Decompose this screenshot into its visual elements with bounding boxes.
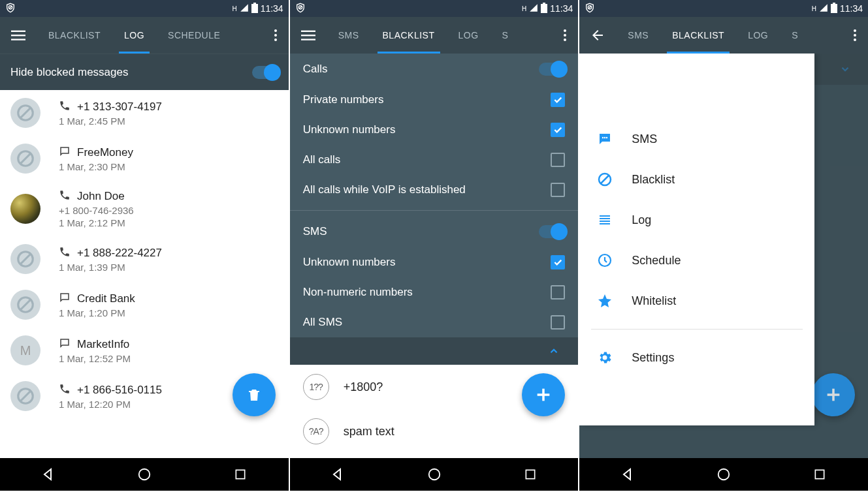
option-row[interactable]: Non-numeric numbers xyxy=(290,277,579,307)
tab-log[interactable]: LOG xyxy=(447,17,490,54)
fab-add[interactable] xyxy=(812,373,855,416)
drawer-item-sms[interactable]: SMS xyxy=(579,119,814,159)
tab-schedule-cut[interactable]: S xyxy=(780,17,810,54)
nav-recent[interactable] xyxy=(227,461,253,487)
entry-title: MarketInfo xyxy=(77,338,129,351)
option-row[interactable]: Private numbers xyxy=(290,85,579,115)
nav-recent[interactable] xyxy=(807,461,833,487)
option-checkbox[interactable] xyxy=(551,93,565,107)
log-entry[interactable]: Credit Bank1 Mar, 1:20 PM xyxy=(0,282,289,328)
tab-sms[interactable]: SMS xyxy=(327,17,371,54)
sms-icon xyxy=(59,292,71,306)
entry-time: 1 Mar, 1:39 PM xyxy=(59,262,278,273)
log-entry[interactable]: John Doe+1 800-746-29361 Mar, 2:12 PM xyxy=(0,181,289,236)
app-bar: SMS BLACKLIST LOG S xyxy=(290,17,579,54)
drawer-item-schedule[interactable]: Schedule xyxy=(579,240,814,281)
tab-log[interactable]: LOG xyxy=(112,17,156,54)
phone-icon xyxy=(59,383,71,397)
nav-back[interactable] xyxy=(35,461,61,487)
signal-icon xyxy=(529,3,538,14)
option-checkbox[interactable] xyxy=(551,315,565,330)
section-title: SMS xyxy=(303,225,327,238)
option-row[interactable]: Unknown numbers xyxy=(290,247,579,277)
tab-blacklist[interactable]: BLACKLIST xyxy=(660,17,736,54)
section-switch[interactable] xyxy=(539,225,565,238)
nav-back[interactable] xyxy=(615,461,641,487)
svg-line-1 xyxy=(9,6,12,8)
option-row[interactable]: All SMS xyxy=(290,307,579,337)
drawer-item-whitelist[interactable]: Whitelist xyxy=(579,281,814,321)
nav-home[interactable] xyxy=(711,461,737,487)
tab-blacklist[interactable]: BLACKLIST xyxy=(37,17,112,54)
back-arrow-icon[interactable] xyxy=(579,17,616,54)
avatar xyxy=(10,144,40,174)
svg-rect-39 xyxy=(833,3,835,4)
collapse-bar[interactable] xyxy=(290,337,579,365)
svg-rect-21 xyxy=(236,470,244,478)
option-checkbox[interactable] xyxy=(551,285,565,300)
android-nav-bar xyxy=(290,458,579,491)
tabs-bar: BLACKLIST LOG SCHEDULE xyxy=(37,17,263,54)
tab-blacklist[interactable]: BLACKLIST xyxy=(371,17,447,54)
svg-point-55 xyxy=(718,469,730,480)
hamburger-icon[interactable] xyxy=(0,17,37,54)
option-checkbox[interactable] xyxy=(551,183,565,197)
tab-schedule-cut[interactable]: S xyxy=(490,17,521,54)
log-entry[interactable]: +1 313-307-41971 Mar, 2:45 PM xyxy=(0,90,289,136)
overflow-icon[interactable] xyxy=(552,17,578,54)
option-checkbox[interactable] xyxy=(551,255,565,269)
svg-point-40 xyxy=(854,29,856,32)
nav-home[interactable] xyxy=(421,461,447,487)
sms-icon xyxy=(59,337,71,352)
app-bar: BLACKLIST LOG SCHEDULE Hide blocked mess… xyxy=(0,17,289,90)
option-checkbox[interactable] xyxy=(551,123,565,137)
fab-add[interactable] xyxy=(522,373,565,416)
section-header: Calls xyxy=(290,54,579,85)
drawer-item-blacklist[interactable]: Blacklist xyxy=(579,159,814,200)
tab-log[interactable]: LOG xyxy=(736,17,780,54)
drawer-label: Schedule xyxy=(632,254,681,268)
hamburger-icon[interactable] xyxy=(290,17,327,54)
app-bar: SMS BLACKLIST LOG S xyxy=(579,17,868,54)
svg-point-34 xyxy=(428,469,440,480)
option-label: All calls xyxy=(303,153,341,166)
tabs-bar: SMS BLACKLIST LOG S xyxy=(616,17,842,54)
option-row[interactable]: All calls while VoIP is established xyxy=(290,175,579,205)
nav-home[interactable] xyxy=(131,461,157,487)
section-title: Calls xyxy=(303,63,328,76)
nav-back[interactable] xyxy=(325,461,351,487)
signal-icon xyxy=(819,3,828,14)
hide-blocked-switch[interactable] xyxy=(252,66,278,79)
svg-point-20 xyxy=(139,469,150,480)
h-indicator: H xyxy=(812,5,816,12)
svg-rect-25 xyxy=(543,3,545,4)
svg-line-19 xyxy=(21,392,31,401)
drawer-item-log[interactable]: Log xyxy=(579,200,814,240)
svg-point-47 xyxy=(606,137,607,138)
svg-rect-33 xyxy=(538,393,550,396)
h-indicator: H xyxy=(522,5,526,12)
overflow-icon[interactable] xyxy=(842,17,868,54)
option-row[interactable]: All calls xyxy=(290,145,579,175)
log-entry[interactable]: MMarketInfo1 Mar, 12:52 PM xyxy=(0,328,289,373)
h-indicator: H xyxy=(232,5,236,12)
overflow-icon[interactable] xyxy=(263,17,289,54)
tab-schedule[interactable]: SCHEDULE xyxy=(156,17,232,54)
drawer-item-settings[interactable]: Settings xyxy=(579,337,814,378)
tab-sms[interactable]: SMS xyxy=(616,17,660,54)
sms-icon xyxy=(596,131,613,147)
option-row[interactable]: Unknown numbers xyxy=(290,115,579,145)
svg-point-29 xyxy=(564,29,566,32)
fab-delete[interactable] xyxy=(233,373,276,416)
log-entry[interactable]: +1 888-222-42271 Mar, 1:39 PM xyxy=(0,236,289,282)
nav-recent[interactable] xyxy=(517,461,543,487)
section-switch[interactable] xyxy=(539,63,565,76)
svg-point-42 xyxy=(854,38,856,41)
option-label: Unknown numbers xyxy=(303,256,396,269)
rule-badge: ?A? xyxy=(303,418,329,444)
log-entry[interactable]: FreeMoney1 Mar, 2:30 PM xyxy=(0,136,289,181)
svg-rect-27 xyxy=(301,35,315,36)
blacklist-rule[interactable]: ?A?spam text xyxy=(290,409,579,454)
shield-icon xyxy=(5,3,16,15)
option-checkbox[interactable] xyxy=(551,153,565,167)
